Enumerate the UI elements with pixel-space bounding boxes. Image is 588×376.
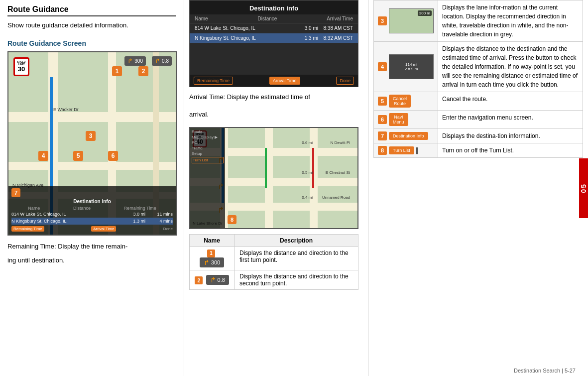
table-row-1: 1 ↱ 300 Displays the distance and direct… (190, 247, 358, 270)
dest-header-name: Name (28, 206, 40, 211)
map-badge-5: 5 (73, 151, 83, 161)
dest-row-2: N Kingsbury St. Chicago, IL 1.3 mi 4 min… (11, 218, 173, 225)
right-badge-5: 5 (378, 97, 387, 106)
table-icon-2: 2 ↱ 0.8 (190, 270, 235, 289)
speed-limit-number: 30 (18, 66, 25, 72)
subsection-title: Route Guidance Screen (7, 39, 176, 47)
dest-screen-headers: Name Distance Arrival Time (190, 14, 358, 23)
done-label: Done (163, 227, 173, 231)
navi-menu-badge[interactable]: Navi Menu (389, 113, 408, 126)
dest-header-dist: Distance (73, 206, 91, 211)
turn-box-2: ↱ 0.8 (206, 275, 229, 285)
right-desc-4: Displays the distance to the destination… (438, 42, 583, 92)
dest-screen-row1-dist: 3.0 mi (288, 25, 318, 31)
right-icon-3: 3 300 m (374, 0, 438, 42)
cancel-route-badge[interactable]: Cancel Route (389, 95, 411, 108)
dest-header-time: Remaining Time (124, 206, 156, 211)
remaining-time-btn[interactable]: Remaining Time (11, 226, 44, 232)
rm-panel-setup: Setup (192, 151, 224, 156)
right-row-4: 4 114 mi2 h 9 m Displays the distance to… (374, 42, 583, 92)
map-road-h2 (8, 162, 176, 170)
dest-bottom-row: Remaining Time Arrival Time Done (11, 226, 173, 232)
turn-dist-2: 0.8 (162, 58, 169, 64)
right-desc-5: Cancel the route. (438, 92, 583, 111)
footer-text: Destination Search | 5-27 (514, 368, 576, 374)
rm-left-panel: Route Map Display ▶ POI Traffic Setup Tu… (190, 128, 225, 228)
rm-panel-traffic: Traffic (192, 146, 224, 150)
dest-remaining-btn[interactable]: Remaining Time (194, 77, 233, 85)
speed-limit-sign: SPEED LIMIT 30 (13, 57, 29, 76)
right-badge-3: 3 (378, 16, 387, 25)
dest-col-arrival: Arrival Time (327, 16, 353, 21)
right-badge-7: 7 (378, 131, 387, 140)
dest-info-headers: Name Distance Remaining Time (11, 206, 173, 211)
right-badge-6: 6 (378, 115, 387, 124)
dest-screen-row1-arrival: 8:38 AM CST (318, 25, 353, 31)
dest-row2-dist: 1.3 mi (118, 219, 145, 224)
table-row-2: 2 ↱ 0.8 Displays the distance and direct… (190, 270, 358, 289)
turn-arrow-2: ↱ (155, 57, 160, 65)
table-desc-2: Displays the distance and direction to t… (235, 270, 358, 289)
dest-done[interactable]: Done (336, 77, 354, 85)
right-icon-5: 5 Cancel Route (374, 92, 438, 111)
map-badge-3: 3 (86, 131, 96, 141)
turn-arrow-1: ↱ (127, 57, 133, 65)
road-label-1: E Wacker Dr (53, 107, 79, 112)
arrival-text-2: arrival. (189, 110, 363, 120)
rm-label-2: E Chestnut St (326, 170, 350, 175)
mini-dist-3: 300 m (418, 10, 432, 16)
rm-panel-poi: POI (192, 140, 224, 145)
arrival-time-btn[interactable]: Arrival Time (91, 226, 116, 232)
section-title: Route Guidance (7, 5, 176, 16)
mini-map-3: 300 m (389, 8, 434, 33)
menu-label: Menu (393, 120, 404, 125)
destination-info-label: Destination Info (393, 133, 424, 138)
right-desc-8: Turn on or off the Turn List. (438, 143, 583, 158)
dest-row2-time: 4 mins (145, 219, 173, 224)
dest-screen-row2-dist: 1.3 mi (288, 35, 318, 41)
right-icon-6: 6 Navi Menu (374, 111, 438, 129)
dest-arrival-btn[interactable]: Arrival Time (269, 77, 300, 85)
dest-row2-name: N Kingsbury St. Chicago, IL (11, 219, 118, 224)
rm-route-red (312, 148, 314, 188)
map-container: SPEED LIMIT 30 E Wacker Dr N Michigan Av… (7, 51, 177, 236)
dest-info-title: Destination info (11, 199, 173, 204)
remaining-text-2: ing until destination. (7, 255, 176, 266)
right-row-5: 5 Cancel Route Cancel the route. (374, 92, 583, 111)
destination-info-badge[interactable]: Destination Info (389, 132, 428, 140)
map-badge-7: 7 (11, 188, 20, 197)
rm-panel-map: Map Display ▶ (192, 135, 224, 139)
turn-indicator-1: ↱ 300 (124, 56, 146, 66)
row-badge-2: 2 (195, 276, 203, 284)
dest-screen-row-2: N Kingsbury St. Chicago, IL 1.3 mi 8:32 … (190, 33, 358, 43)
dest-col-dist: Distance (257, 16, 277, 21)
turn-list-badge[interactable]: Turn List (389, 146, 414, 154)
dest-screen-row1-name: 814 W Lake St. Chicago, IL (195, 25, 288, 31)
turn-list-label: Turn List (393, 148, 410, 153)
map-badge-6: 6 (108, 151, 118, 161)
cancel-label: Cancel (393, 96, 407, 101)
route-label: Route (394, 101, 406, 106)
map-badge-4: 4 (38, 151, 48, 161)
chapter-tab: 05 (579, 158, 588, 218)
rm-dist-1: 0.6 mi (302, 140, 313, 145)
dest-row1-dist: 3.0 mi (118, 212, 145, 217)
right-icon-8: 8 Turn List ▌ (374, 143, 438, 158)
right-table: 3 300 m Displays the lane infor-mation a… (373, 0, 583, 158)
turn-list-indicator: ▌ (416, 147, 420, 153)
table-col-name: Name (190, 234, 235, 247)
table-icon-1: 1 ↱ 300 (190, 247, 235, 270)
rm-dist-3: 0.4 mi (302, 195, 313, 200)
dest-col-name: Name (195, 16, 208, 21)
dest-screen-row-1: 814 W Lake St. Chicago, IL 3.0 mi 8:38 A… (190, 23, 358, 33)
turn-num-1: 300 (211, 259, 220, 265)
dest-screen-bottom: Remaining Time Arrival Time Done (190, 75, 358, 87)
navi-label: Navi (394, 115, 403, 120)
rm-badge-8: 8 (228, 215, 236, 224)
right-row-7: 7 Destination Info Displays the destina-… (374, 129, 583, 143)
rm-dist-2: 0.5 mi (302, 170, 313, 175)
right-icon-4: 4 114 mi2 h 9 m (374, 42, 438, 92)
turn-dist-1: 300 (134, 58, 143, 64)
rm-label-3: Unnamed Road (322, 195, 350, 200)
right-badge-8: 8 (378, 146, 387, 155)
